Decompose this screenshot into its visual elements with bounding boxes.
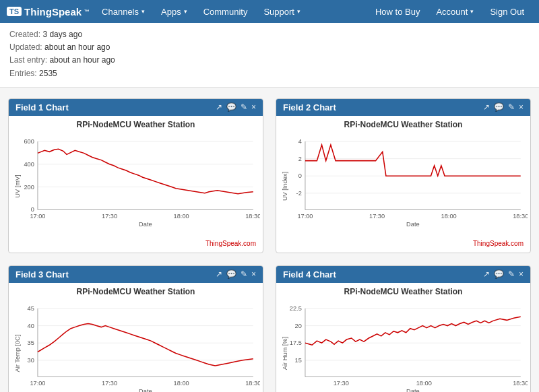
chart-field2-header: Field 2 Chart ↗ 💬 ✎ × [276, 99, 530, 116]
nav-how-to-buy[interactable]: How to Buy [367, 0, 428, 23]
chart-field2: Field 2 Chart ↗ 💬 ✎ × RPi-NodeMCU Weathe… [276, 98, 531, 253]
svg-text:18:00: 18:00 [174, 379, 189, 386]
comment-icon[interactable]: 💬 [494, 102, 504, 112]
chart-field1-header: Field 1 Chart ↗ 💬 ✎ × [9, 99, 263, 116]
close-icon[interactable]: × [251, 102, 256, 112]
svg-text:17:30: 17:30 [334, 379, 349, 386]
navbar: TS ThingSpeak™ Channels ▾ Apps ▾ Communi… [0, 0, 539, 23]
chart-field2-title: Field 2 Chart [283, 102, 336, 112]
svg-text:Date: Date [406, 388, 419, 392]
svg-text:18:30: 18:30 [513, 212, 528, 219]
svg-text:17:00: 17:00 [30, 212, 45, 219]
last-entry-value: about an hour ago [49, 55, 115, 65]
nav-sign-out[interactable]: Sign Out [482, 0, 532, 23]
chart-field1-credit: ThingSpeak.com [11, 238, 260, 250]
chart-field2-credit: ThingSpeak.com [279, 238, 528, 250]
entries-value: 2535 [39, 69, 57, 78]
svg-text:35: 35 [28, 339, 34, 346]
chart-field2-body: RPi-NodeMCU Weather Station UV [Index] 4… [276, 116, 530, 253]
svg-text:17:30: 17:30 [102, 379, 117, 386]
svg-text:20: 20 [295, 322, 302, 329]
svg-text:40: 40 [28, 322, 34, 329]
svg-text:400: 400 [24, 161, 34, 168]
svg-text:Air Hum [%]: Air Hum [%] [282, 337, 288, 370]
close-icon[interactable]: × [251, 269, 256, 279]
comment-icon[interactable]: 💬 [226, 102, 236, 112]
svg-text:UV [Index]: UV [Index] [282, 172, 288, 201]
charts-grid: Field 1 Chart ↗ 💬 ✎ × RPi-NodeMCU Weathe… [0, 88, 539, 392]
svg-text:18:00: 18:00 [416, 379, 432, 386]
last-entry-label: Last entry: [9, 55, 47, 65]
svg-text:4: 4 [298, 138, 302, 145]
svg-text:18:00: 18:00 [174, 212, 189, 219]
svg-text:Date: Date [406, 221, 419, 228]
chart-field4-icons: ↗ 💬 ✎ × [483, 269, 524, 279]
edit-icon[interactable]: ✎ [508, 269, 515, 279]
channel-info: Created: 3 days ago Updated: about an ho… [0, 23, 539, 88]
svg-text:18:30: 18:30 [245, 379, 260, 386]
chart-field1-area: UV [mV] 600 400 200 0 17:00 17 [11, 131, 260, 238]
svg-text:18:30: 18:30 [245, 212, 260, 219]
chart-field3-chart-title: RPi-NodeMCU Weather Station [11, 287, 260, 296]
chart-field1-icons: ↗ 💬 ✎ × [216, 102, 256, 112]
edit-icon[interactable]: ✎ [508, 102, 515, 112]
external-link-icon[interactable]: ↗ [216, 269, 222, 279]
chart-field3-header: Field 3 Chart ↗ 💬 ✎ × [9, 266, 263, 283]
svg-text:200: 200 [24, 183, 34, 190]
svg-text:17:00: 17:00 [297, 212, 313, 219]
updated-label: Updated: [9, 42, 42, 52]
close-icon[interactable]: × [519, 102, 524, 112]
brand-icon: TS [7, 7, 22, 16]
chart-field3-area: Air Temp [0C] 45 40 35 30 17: [11, 298, 260, 392]
chart-field4-body: RPi-NodeMCU Weather Station Air Hum [%] … [276, 283, 530, 392]
brand-logo[interactable]: TS ThingSpeak™ [7, 6, 90, 18]
close-icon[interactable]: × [519, 269, 524, 279]
svg-text:17:30: 17:30 [102, 212, 117, 219]
chart-field2-icons: ↗ 💬 ✎ × [483, 102, 524, 112]
entries-label: Entries: [9, 69, 37, 78]
external-link-icon[interactable]: ↗ [483, 269, 490, 279]
edit-icon[interactable]: ✎ [241, 269, 247, 279]
chart-field3-title: Field 3 Chart [15, 269, 69, 280]
chart-field2-chart-title: RPi-NodeMCU Weather Station [279, 120, 528, 129]
svg-text:Date: Date [139, 221, 152, 228]
nav-right: How to Buy Account ▾ Sign Out [367, 0, 532, 23]
comment-icon[interactable]: 💬 [226, 269, 236, 279]
nav-channels[interactable]: Channels ▾ [94, 0, 153, 23]
svg-text:22.5: 22.5 [290, 305, 302, 312]
svg-text:18:30: 18:30 [513, 379, 528, 386]
svg-text:Air Temp [0C]: Air Temp [0C] [14, 334, 21, 372]
svg-text:UV [mV]: UV [mV] [14, 174, 21, 197]
svg-text:17:30: 17:30 [369, 212, 385, 219]
svg-text:17:00: 17:00 [30, 379, 45, 386]
chart-field2-area: UV [Index] 4 2 0 -2 17:00 [279, 131, 528, 238]
chart-field4: Field 4 Chart ↗ 💬 ✎ × RPi-NodeMCU Weathe… [276, 265, 531, 392]
svg-text:17.5: 17.5 [290, 339, 302, 346]
comment-icon[interactable]: 💬 [494, 269, 504, 279]
chart-field1-body: RPi-NodeMCU Weather Station UV [mV] 600 … [9, 116, 263, 253]
chart-field3-body: RPi-NodeMCU Weather Station Air Temp [0C… [9, 283, 263, 392]
svg-text:Date: Date [139, 388, 152, 392]
nav-items: Channels ▾ Apps ▾ Community Support ▾ [94, 0, 367, 23]
svg-text:45: 45 [28, 305, 34, 312]
created-value: 3 days ago [42, 30, 82, 39]
svg-text:600: 600 [24, 138, 34, 145]
chart-field4-header: Field 4 Chart ↗ 💬 ✎ × [276, 266, 530, 283]
brand-name: ThingSpeak [24, 6, 82, 18]
chart-field1-chart-title: RPi-NodeMCU Weather Station [11, 120, 260, 129]
chart-field4-area: Air Hum [%] 22.5 20 17.5 15 1 [279, 298, 528, 392]
chart-field1-title: Field 1 Chart [15, 102, 69, 112]
chart-field3: Field 3 Chart ↗ 💬 ✎ × RPi-NodeMCU Weathe… [8, 265, 263, 392]
external-link-icon[interactable]: ↗ [483, 102, 490, 112]
svg-text:30: 30 [28, 357, 34, 364]
nav-community[interactable]: Community [195, 0, 256, 23]
svg-text:0: 0 [298, 172, 302, 179]
edit-icon[interactable]: ✎ [241, 102, 247, 112]
external-link-icon[interactable]: ↗ [216, 102, 222, 112]
chart-field4-chart-title: RPi-NodeMCU Weather Station [279, 287, 528, 296]
svg-text:15: 15 [295, 357, 302, 364]
nav-apps[interactable]: Apps ▾ [153, 0, 195, 23]
nav-account[interactable]: Account ▾ [428, 0, 482, 23]
svg-text:18:00: 18:00 [441, 212, 457, 219]
nav-support[interactable]: Support ▾ [255, 0, 309, 23]
